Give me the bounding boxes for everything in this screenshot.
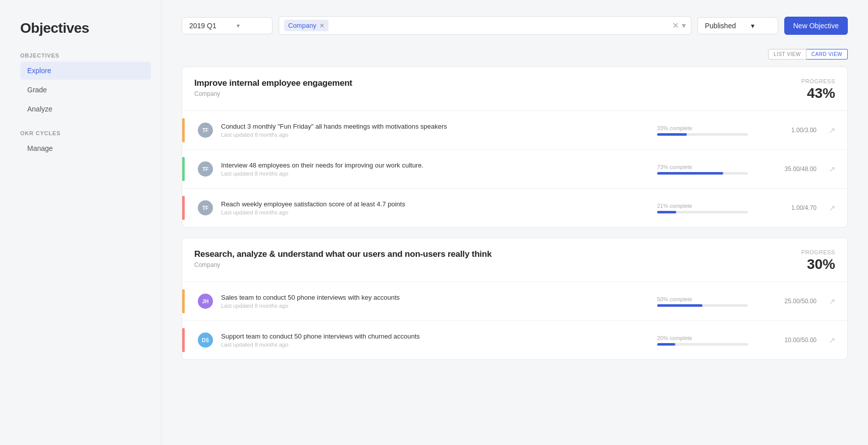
list-view-button[interactable]: LIST VIEW <box>768 49 806 60</box>
objective-title: Improve internal employee engagement <box>194 78 352 88</box>
kr-row-kr3: TF Reach weekly employee satisfaction sc… <box>182 188 847 227</box>
sidebar-item-grade[interactable]: Grade <box>20 81 151 99</box>
kr-content: Support team to conduct 50 phone intervi… <box>221 332 649 348</box>
filter-tag-label: Company <box>288 22 316 29</box>
kr-status-bar <box>182 196 185 220</box>
quarter-select[interactable]: 2019 Q1 ▾ <box>182 17 273 34</box>
kr-progress-bar <box>657 211 676 213</box>
kr-progress-section: 50% complete <box>657 296 768 307</box>
kr-edit-icon[interactable]: ↗ <box>829 126 835 135</box>
progress-value: 30% <box>801 256 835 272</box>
page-title: Objectives <box>20 20 151 36</box>
objectives-section-label: Objectives <box>20 52 151 59</box>
kr-row-kr4: JH Sales team to conduct 50 phone interv… <box>182 282 847 320</box>
objective-title: Research, analyze & understand what our … <box>194 249 492 259</box>
quarter-value: 2019 Q1 <box>189 22 216 30</box>
objective-card-obj1: Improve internal employee engagement Com… <box>182 67 848 228</box>
kr-complete-label: 73% complete <box>657 164 692 170</box>
kr-title: Sales team to conduct 50 phone interview… <box>221 294 649 301</box>
kr-complete-label: 20% complete <box>657 335 692 341</box>
kr-progress-section: 33% complete <box>657 125 768 136</box>
kr-value: 10.00/50.00 <box>776 337 817 344</box>
kr-progress-bar <box>657 172 723 175</box>
kr-title: Conduct 3 monthly "Fun Friday" all hands… <box>221 123 649 130</box>
kr-title: Interview 48 employees on their needs fo… <box>221 161 649 169</box>
kr-edit-icon[interactable]: ↗ <box>829 203 835 213</box>
sidebar-item-explore-label: Explore <box>27 67 51 75</box>
kr-progress-bar <box>657 133 687 136</box>
kr-progress-section: 20% complete <box>657 335 768 346</box>
kr-row-kr2: TF Interview 48 employees on their needs… <box>182 149 847 188</box>
kr-progress-section: 73% complete <box>657 164 768 175</box>
kr-progress-section: 21% complete <box>657 203 768 213</box>
sidebar-item-manage[interactable]: Manage <box>20 139 151 157</box>
kr-status-bar <box>182 289 185 313</box>
kr-progress-bar <box>657 343 675 346</box>
kr-meta: Last updated 8 months ago <box>221 209 649 215</box>
kr-progress-bar-wrap <box>657 304 748 307</box>
objectives-container: Improve internal employee engagement Com… <box>182 67 848 360</box>
kr-avatar: DS <box>198 332 213 348</box>
main-content: 2019 Q1 ▾ Company ✕ ✕ ▾ Published ▾ New … <box>161 0 868 445</box>
kr-complete-label: 33% complete <box>657 125 692 131</box>
kr-complete-label: 50% complete <box>657 296 692 302</box>
toolbar: 2019 Q1 ▾ Company ✕ ✕ ▾ Published ▾ New … <box>182 16 848 35</box>
objective-header-left: Improve internal employee engagement Com… <box>194 78 352 97</box>
kr-avatar: TF <box>198 200 213 215</box>
kr-edit-icon[interactable]: ↗ <box>829 336 835 345</box>
view-switcher: LIST VIEW CARD VIEW <box>182 49 848 60</box>
kr-status-bar <box>182 118 185 142</box>
kr-row-kr5: DS Support team to conduct 50 phone inte… <box>182 320 847 359</box>
objective-header: Improve internal employee engagement Com… <box>182 67 847 110</box>
kr-meta: Last updated 8 months ago <box>221 303 649 309</box>
kr-avatar: TF <box>198 161 213 177</box>
kr-value: 1.00/3.00 <box>776 127 817 134</box>
kr-content: Interview 48 employees on their needs fo… <box>221 161 649 177</box>
kr-progress-bar <box>657 304 702 307</box>
filter-bar-actions: ✕ ▾ <box>672 21 686 30</box>
objective-progress: Progress 30% <box>801 249 835 272</box>
sidebar: Objectives Objectives Explore Grade Anal… <box>0 0 161 445</box>
card-view-button[interactable]: CARD VIEW <box>806 49 848 60</box>
kr-progress-bar-wrap <box>657 133 748 136</box>
kr-content: Sales team to conduct 50 phone interview… <box>221 294 649 309</box>
status-select[interactable]: Published ▾ <box>697 17 778 34</box>
filter-bar: Company ✕ ✕ ▾ <box>279 16 691 35</box>
kr-content: Reach weekly employee satisfaction score… <box>221 200 649 215</box>
status-chevron-icon: ▾ <box>751 22 754 30</box>
kr-value: 35.00/48.00 <box>776 165 817 173</box>
kr-meta: Last updated 8 months ago <box>221 171 649 177</box>
quarter-chevron-icon: ▾ <box>237 22 240 29</box>
kr-row-kr1: TF Conduct 3 monthly "Fun Friday" all ha… <box>182 110 847 149</box>
kr-edit-icon[interactable]: ↗ <box>829 164 835 174</box>
objective-header-left: Research, analyze & understand what our … <box>194 249 492 268</box>
kr-content: Conduct 3 monthly "Fun Friday" all hands… <box>221 123 649 138</box>
kr-edit-icon[interactable]: ↗ <box>829 297 835 306</box>
progress-label: Progress <box>801 78 835 84</box>
new-objective-button[interactable]: New Objective <box>784 17 848 35</box>
kr-complete-label: 21% complete <box>657 203 692 209</box>
kr-progress-bar-wrap <box>657 172 748 175</box>
sidebar-item-analyze[interactable]: Analyze <box>20 100 151 118</box>
objective-subtitle: Company <box>194 261 492 268</box>
objective-subtitle: Company <box>194 90 352 97</box>
status-value: Published <box>705 22 736 30</box>
kr-value: 25.00/50.00 <box>776 298 817 305</box>
kr-status-bar <box>182 328 185 352</box>
sidebar-item-grade-label: Grade <box>27 86 47 94</box>
kr-meta: Last updated 8 months ago <box>221 342 649 348</box>
kr-title: Reach weekly employee satisfaction score… <box>221 200 649 208</box>
sidebar-item-manage-label: Manage <box>27 144 53 152</box>
filter-tag-remove-icon[interactable]: ✕ <box>319 22 324 29</box>
sidebar-item-analyze-label: Analyze <box>27 105 52 113</box>
objective-header: Research, analyze & understand what our … <box>182 238 847 282</box>
objective-card-obj2: Research, analyze & understand what our … <box>182 238 848 360</box>
sidebar-item-explore[interactable]: Explore <box>20 62 151 80</box>
progress-value: 43% <box>801 85 835 101</box>
kr-status-bar <box>182 157 185 181</box>
kr-progress-bar-wrap <box>657 211 748 213</box>
filter-chevron-icon[interactable]: ▾ <box>682 21 686 30</box>
kr-avatar: TF <box>198 123 213 138</box>
filter-tag-company: Company ✕ <box>284 20 329 31</box>
filter-clear-icon[interactable]: ✕ <box>672 21 679 30</box>
